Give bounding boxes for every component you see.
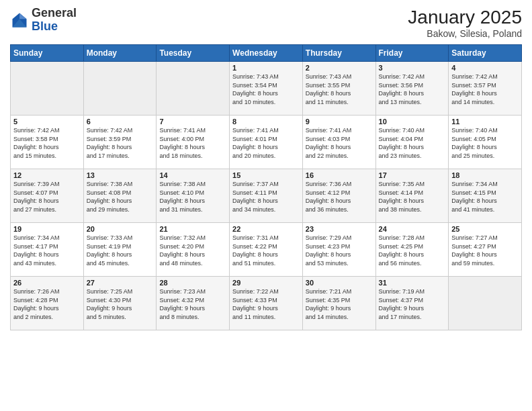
day-number: 21 — [159, 225, 226, 233]
page: General Blue January 2025 Bakow, Silesia… — [0, 0, 532, 411]
day-info: Sunrise: 7:33 AM Sunset: 4:19 PM Dayligh… — [87, 234, 154, 267]
col-wednesday: Wednesday — [230, 45, 303, 62]
day-info: Sunrise: 7:26 AM Sunset: 4:28 PM Dayligh… — [13, 287, 81, 321]
day-info: Sunrise: 7:42 AM Sunset: 3:59 PM Dayligh… — [87, 126, 154, 160]
logo-icon — [10, 11, 29, 30]
day-number: 27 — [87, 279, 154, 287]
calendar-cell: 2Sunrise: 7:43 AM Sunset: 3:55 PM Daylig… — [302, 62, 375, 116]
col-monday: Monday — [83, 45, 157, 62]
day-info: Sunrise: 7:31 AM Sunset: 4:22 PM Dayligh… — [232, 234, 300, 267]
calendar-cell: 19Sunrise: 7:34 AM Sunset: 4:17 PM Dayli… — [11, 223, 84, 277]
day-info: Sunrise: 7:41 AM Sunset: 4:00 PM Dayligh… — [159, 126, 226, 160]
calendar-cell: 9Sunrise: 7:41 AM Sunset: 4:03 PM Daylig… — [302, 116, 375, 169]
calendar-cell: 14Sunrise: 7:38 AM Sunset: 4:10 PM Dayli… — [157, 169, 230, 223]
logo: General Blue — [10, 7, 77, 34]
calendar-cell — [83, 62, 157, 116]
calendar-cell: 6Sunrise: 7:42 AM Sunset: 3:59 PM Daylig… — [83, 116, 157, 169]
day-info: Sunrise: 7:27 AM Sunset: 4:27 PM Dayligh… — [451, 234, 519, 267]
day-info: Sunrise: 7:22 AM Sunset: 4:33 PM Dayligh… — [232, 287, 300, 321]
day-info: Sunrise: 7:34 AM Sunset: 4:17 PM Dayligh… — [13, 234, 81, 267]
title-block: January 2025 Bakow, Silesia, Poland — [408, 7, 522, 39]
day-info: Sunrise: 7:43 AM Sunset: 3:54 PM Dayligh… — [232, 73, 300, 106]
day-number: 16 — [306, 171, 373, 179]
calendar-cell: 13Sunrise: 7:38 AM Sunset: 4:08 PM Dayli… — [83, 169, 157, 223]
day-info: Sunrise: 7:38 AM Sunset: 4:08 PM Dayligh… — [87, 180, 154, 214]
day-info: Sunrise: 7:42 AM Sunset: 3:58 PM Dayligh… — [13, 126, 81, 160]
calendar-cell: 11Sunrise: 7:40 AM Sunset: 4:05 PM Dayli… — [449, 116, 522, 169]
day-number: 7 — [159, 118, 226, 126]
calendar-cell: 22Sunrise: 7:31 AM Sunset: 4:22 PM Dayli… — [230, 223, 303, 277]
col-friday: Friday — [375, 45, 449, 62]
calendar-cell: 21Sunrise: 7:32 AM Sunset: 4:20 PM Dayli… — [157, 223, 230, 277]
calendar-cell: 10Sunrise: 7:40 AM Sunset: 4:04 PM Dayli… — [375, 116, 449, 169]
calendar-cell: 30Sunrise: 7:21 AM Sunset: 4:35 PM Dayli… — [302, 277, 375, 330]
day-number: 15 — [232, 171, 300, 179]
svg-marker-1 — [19, 13, 27, 19]
day-info: Sunrise: 7:37 AM Sunset: 4:11 PM Dayligh… — [232, 180, 300, 214]
day-info: Sunrise: 7:29 AM Sunset: 4:23 PM Dayligh… — [306, 234, 373, 267]
day-number: 18 — [451, 171, 519, 179]
day-number: 9 — [306, 118, 373, 126]
day-number: 4 — [451, 64, 519, 72]
day-number: 3 — [379, 64, 446, 72]
calendar-cell: 20Sunrise: 7:33 AM Sunset: 4:19 PM Dayli… — [83, 223, 157, 277]
day-info: Sunrise: 7:41 AM Sunset: 4:01 PM Dayligh… — [232, 126, 300, 160]
calendar-week-2: 12Sunrise: 7:39 AM Sunset: 4:07 PM Dayli… — [11, 169, 522, 223]
calendar-week-0: 1Sunrise: 7:43 AM Sunset: 3:54 PM Daylig… — [11, 62, 522, 116]
calendar-cell: 4Sunrise: 7:42 AM Sunset: 3:57 PM Daylig… — [449, 62, 522, 116]
col-thursday: Thursday — [302, 45, 375, 62]
day-info: Sunrise: 7:40 AM Sunset: 4:04 PM Dayligh… — [379, 126, 446, 160]
day-number: 31 — [379, 279, 446, 287]
day-info: Sunrise: 7:35 AM Sunset: 4:14 PM Dayligh… — [379, 180, 446, 214]
calendar-cell: 24Sunrise: 7:28 AM Sunset: 4:25 PM Dayli… — [375, 223, 449, 277]
day-info: Sunrise: 7:28 AM Sunset: 4:25 PM Dayligh… — [379, 234, 446, 267]
day-number: 29 — [232, 279, 300, 287]
day-info: Sunrise: 7:36 AM Sunset: 4:12 PM Dayligh… — [306, 180, 373, 214]
day-number: 22 — [232, 225, 300, 233]
day-info: Sunrise: 7:43 AM Sunset: 3:55 PM Dayligh… — [306, 73, 373, 106]
day-number: 5 — [13, 118, 81, 126]
day-info: Sunrise: 7:40 AM Sunset: 4:05 PM Dayligh… — [451, 126, 519, 160]
day-number: 2 — [306, 64, 373, 72]
day-info: Sunrise: 7:34 AM Sunset: 4:15 PM Dayligh… — [451, 180, 519, 214]
calendar-cell: 5Sunrise: 7:42 AM Sunset: 3:58 PM Daylig… — [11, 116, 84, 169]
calendar-week-4: 26Sunrise: 7:26 AM Sunset: 4:28 PM Dayli… — [11, 277, 522, 330]
day-number: 26 — [13, 279, 81, 287]
day-number: 6 — [87, 118, 154, 126]
logo-text: General Blue — [32, 7, 77, 34]
calendar-cell: 16Sunrise: 7:36 AM Sunset: 4:12 PM Dayli… — [302, 169, 375, 223]
calendar-cell: 18Sunrise: 7:34 AM Sunset: 4:15 PM Dayli… — [449, 169, 522, 223]
calendar-cell: 1Sunrise: 7:43 AM Sunset: 3:54 PM Daylig… — [230, 62, 303, 116]
col-saturday: Saturday — [449, 45, 522, 62]
day-info: Sunrise: 7:42 AM Sunset: 3:56 PM Dayligh… — [379, 73, 446, 106]
day-number: 13 — [87, 171, 154, 179]
day-number: 14 — [159, 171, 226, 179]
calendar-cell: 29Sunrise: 7:22 AM Sunset: 4:33 PM Dayli… — [230, 277, 303, 330]
header: General Blue January 2025 Bakow, Silesia… — [10, 7, 522, 39]
day-number: 23 — [306, 225, 373, 233]
col-sunday: Sunday — [11, 45, 84, 62]
calendar-cell: 15Sunrise: 7:37 AM Sunset: 4:11 PM Dayli… — [230, 169, 303, 223]
calendar-cell — [157, 62, 230, 116]
day-number: 10 — [379, 118, 446, 126]
day-info: Sunrise: 7:39 AM Sunset: 4:07 PM Dayligh… — [13, 180, 81, 214]
day-number: 17 — [379, 171, 446, 179]
day-number: 30 — [306, 279, 373, 287]
day-info: Sunrise: 7:23 AM Sunset: 4:32 PM Dayligh… — [159, 287, 226, 321]
day-number: 20 — [87, 225, 154, 233]
day-number: 8 — [232, 118, 300, 126]
calendar-cell: 8Sunrise: 7:41 AM Sunset: 4:01 PM Daylig… — [230, 116, 303, 169]
day-number: 11 — [451, 118, 519, 126]
calendar-week-3: 19Sunrise: 7:34 AM Sunset: 4:17 PM Dayli… — [11, 223, 522, 277]
calendar-cell: 25Sunrise: 7:27 AM Sunset: 4:27 PM Dayli… — [449, 223, 522, 277]
day-info: Sunrise: 7:38 AM Sunset: 4:10 PM Dayligh… — [159, 180, 226, 214]
calendar-cell: 31Sunrise: 7:19 AM Sunset: 4:37 PM Dayli… — [375, 277, 449, 330]
calendar-cell: 23Sunrise: 7:29 AM Sunset: 4:23 PM Dayli… — [302, 223, 375, 277]
day-number: 1 — [232, 64, 300, 72]
calendar-cell: 26Sunrise: 7:26 AM Sunset: 4:28 PM Dayli… — [11, 277, 84, 330]
calendar-cell — [11, 62, 84, 116]
day-number: 25 — [451, 225, 519, 233]
calendar-cell: 12Sunrise: 7:39 AM Sunset: 4:07 PM Dayli… — [11, 169, 84, 223]
calendar-cell: 7Sunrise: 7:41 AM Sunset: 4:00 PM Daylig… — [157, 116, 230, 169]
calendar-week-1: 5Sunrise: 7:42 AM Sunset: 3:58 PM Daylig… — [11, 116, 522, 169]
